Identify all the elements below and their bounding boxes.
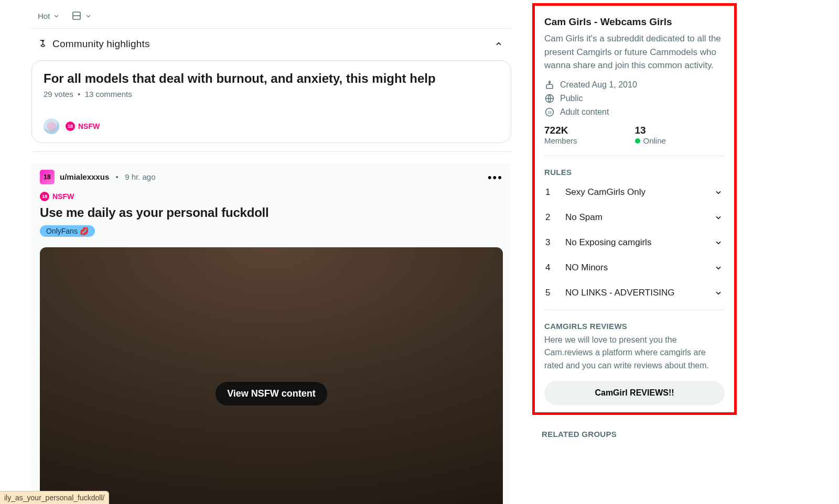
rule-text: Sexy CamGirls Only	[565, 187, 646, 198]
nsfw-label: NSFW	[78, 122, 100, 130]
online-dot-icon	[635, 138, 640, 144]
nsfw-tag: 18 NSFW	[66, 122, 100, 131]
info-adult-label: Adult content	[560, 107, 609, 117]
post: 18 u/mialexxxus • 9 hr. ago ••• 18 NSFW …	[31, 163, 511, 504]
reviews-header: CAMGIRLS REVIEWS	[544, 322, 725, 331]
rules-header: RULES	[544, 168, 725, 177]
avatar-icon	[44, 118, 59, 134]
chevron-down-icon	[53, 13, 60, 19]
adult-icon: 18	[544, 107, 555, 117]
pin-icon	[37, 39, 47, 49]
post-flair[interactable]: OnlyFans 💋	[40, 225, 95, 237]
nsfw-label: NSFW	[52, 192, 74, 201]
post-overflow-button[interactable]: •••	[488, 171, 503, 184]
highlight-title: For all models that deal with burnout, a…	[44, 71, 499, 86]
rule-number: 4	[545, 262, 554, 273]
chevron-down-icon	[714, 213, 723, 222]
post-timestamp: 9 hr. ago	[125, 172, 155, 181]
status-url-fragment: ily_as_your_personal_fuckdoll/	[0, 491, 109, 504]
chevron-down-icon	[714, 264, 723, 272]
globe-icon	[544, 93, 555, 104]
post-header: 18 u/mialexxxus • 9 hr. ago •••	[40, 170, 503, 184]
sort-label: Hot	[38, 12, 50, 20]
highlight-card[interactable]: For all models that deal with burnout, a…	[31, 60, 511, 143]
rule-text: No Spam	[565, 212, 603, 223]
info-visibility: Public	[544, 93, 725, 104]
divider	[31, 151, 511, 152]
chevron-up-icon	[494, 40, 503, 48]
community-stats: 722K Members 13 Online	[544, 125, 725, 156]
chevron-down-icon	[714, 289, 723, 297]
nsfw-square-icon: 18	[40, 170, 55, 184]
stat-online-label: Online	[635, 136, 666, 145]
card-view-icon	[71, 10, 82, 21]
divider	[31, 28, 511, 29]
reviews-button[interactable]: CamGirl REVIEWS!!	[544, 381, 725, 405]
highlight-votes: 29 votes	[44, 90, 73, 98]
post-byline: u/mialexxxus • 9 hr. ago	[60, 172, 156, 181]
rule-item[interactable]: 5 NO LINKS - ADVERTISING	[544, 280, 725, 310]
post-title[interactable]: Use me daily as your personal fuckdoll	[40, 205, 503, 220]
view-nsfw-button[interactable]: View NSFW content	[216, 382, 327, 406]
highlight-footer: 18 NSFW	[44, 118, 499, 134]
highlight-comments: 13 comments	[85, 90, 132, 98]
community-info-panel: Cam Girls - Webcams Girls Cam Girls it's…	[532, 3, 737, 415]
stat-members-label: Members	[544, 136, 577, 145]
sidebar: Cam Girls - Webcams Girls Cam Girls it's…	[532, 3, 737, 504]
community-description: Cam Girls it's a subreddit dedicated to …	[544, 32, 725, 72]
chevron-down-icon	[714, 238, 723, 247]
collapse-button[interactable]	[494, 40, 503, 48]
dot: •	[76, 90, 85, 98]
flair-label: OnlyFans 💋	[46, 227, 89, 235]
info-created: Created Aug 1, 2010	[544, 80, 725, 90]
sort-row: Hot	[31, 3, 511, 28]
chevron-down-icon	[85, 13, 92, 19]
rule-item[interactable]: 3 No Exposing camgirls	[544, 230, 725, 255]
rule-text: NO Minors	[565, 262, 608, 273]
post-author-link[interactable]: u/mialexxxus	[60, 172, 109, 181]
info-created-label: Created Aug 1, 2010	[560, 80, 637, 90]
stat-online: 13 Online	[635, 125, 666, 145]
stat-members: 722K Members	[544, 125, 577, 145]
rule-text: No Exposing camgirls	[565, 237, 651, 248]
highlights-title: Community highlights	[52, 38, 150, 50]
rule-number: 3	[545, 237, 554, 248]
rule-item[interactable]: 4 NO Minors	[544, 255, 725, 280]
rule-item[interactable]: 1 Sexy CamGirls Only	[544, 180, 725, 205]
dot: •	[113, 172, 121, 181]
chevron-down-icon	[714, 188, 723, 196]
community-title: Cam Girls - Webcams Girls	[544, 16, 725, 28]
info-adult: 18 Adult content	[544, 107, 725, 117]
svg-text:18: 18	[547, 110, 552, 114]
rule-number: 1	[545, 187, 554, 198]
nsfw-badge-icon: 18	[40, 192, 49, 201]
post-media: View NSFW content	[40, 247, 503, 504]
stat-online-num: 13	[635, 125, 666, 136]
rule-number: 5	[545, 288, 554, 298]
highlight-meta: 29 votes • 13 comments	[44, 90, 499, 98]
nsfw-tag: 18 NSFW	[40, 192, 74, 201]
rule-text: NO LINKS - ADVERTISING	[565, 288, 674, 298]
stat-members-num: 722K	[544, 125, 577, 136]
sort-button[interactable]: Hot	[38, 12, 60, 20]
info-visibility-label: Public	[560, 94, 583, 103]
rule-number: 2	[545, 212, 554, 223]
rule-item[interactable]: 2 No Spam	[544, 205, 725, 230]
highlights-header[interactable]: Community highlights	[31, 36, 511, 52]
nsfw-badge-icon: 18	[66, 122, 75, 131]
reviews-text: Here we will love to present you the Cam…	[544, 334, 725, 372]
related-header: RELATED GROUPS	[532, 430, 737, 439]
view-layout-button[interactable]	[71, 10, 92, 21]
cake-icon	[544, 80, 555, 90]
feed: Hot Community highlights For all models …	[31, 0, 511, 504]
